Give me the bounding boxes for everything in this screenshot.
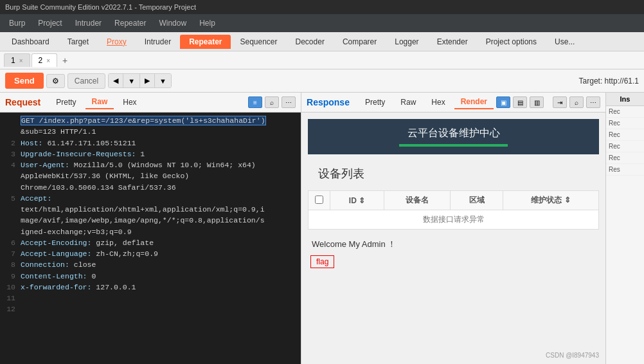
inspector-item-1[interactable]: Rec [606,106,644,118]
response-tab-raw[interactable]: Raw [394,96,422,109]
request-panel-icons: ≡ ⌕ ⋯ [248,96,296,108]
tab-logger[interactable]: Logger [386,35,427,49]
repeater-tabs: 1 × 2 × + [0,51,644,69]
response-body: 云平台设备维护中心 设备列表 ID ⇕ 设备名 区域 维护状态 ⇕ [301,113,605,364]
site-progress-bar [399,144,507,147]
tab-decoder[interactable]: Decoder [287,35,334,49]
select-all-checkbox[interactable] [315,196,323,204]
word-wrap-icon[interactable]: ≡ [248,96,262,108]
tab-intruder[interactable]: Intruder [136,35,180,49]
menu-repeater[interactable]: Repeater [108,16,152,30]
toolbar: Send ⚙ Cancel ◀ ▼ ▶ ▼ Target: http://61.… [0,69,644,93]
request-line-4b: AppleWebKit/537.36 (KHTML, like Gecko) [4,170,297,181]
send-button[interactable]: Send [5,73,44,89]
menu-burp[interactable]: Burp [3,16,31,30]
data-table: ID ⇕ 设备名 区域 维护状态 ⇕ 数据接口请求异常 [308,190,599,230]
response-view-icon-1[interactable]: ▣ [496,96,510,108]
search-icon[interactable]: ⌕ [265,96,279,108]
inspector-item-3[interactable]: Rec [606,129,644,141]
response-tab-hex[interactable]: Hex [425,96,451,109]
repeater-tab-2-close[interactable]: × [46,57,50,64]
section-title: 设备列表 [308,161,599,187]
target-label: Target: http://61.1 [579,77,639,86]
repeater-tab-2[interactable]: 2 × [31,53,58,67]
title-bar: Burp Suite Community Edition v2022.7.1 -… [0,0,644,14]
response-action-1[interactable]: ⇥ [553,96,567,108]
welcome-section: Welcome My Admin ！ flag [308,235,599,268]
repeater-add-tab[interactable]: + [58,54,71,67]
nav-tabs: Dashboard Target Proxy Intruder Repeater… [0,32,644,51]
request-line-3: 3Upgrade-Insecure-Requests: 1 [4,149,297,159]
response-view-icon-3[interactable]: ▥ [530,96,544,108]
response-panel-icons: ▣ ▤ ▥ ⇥ ⌕ ⋯ [496,96,600,108]
menu-help[interactable]: Help [193,16,222,30]
inspector-panel: Ins Rec Rec Rec Rec Rec Res [605,93,644,364]
request-line-4: 4User-Agent: Mozilla/5.0 (Windows NT 10.… [4,159,297,170]
request-line-11: 11 [4,293,297,304]
tab-target[interactable]: Target [58,35,98,49]
response-more[interactable]: ⋯ [586,96,600,108]
request-panel-header: Request Pretty Raw Hex ≡ ⌕ ⋯ [0,93,301,113]
rendered-content: 云平台设备维护中心 设备列表 ID ⇕ 设备名 区域 维护状态 ⇕ [301,113,605,364]
response-action-2[interactable]: ⌕ [569,96,584,108]
request-line-5: 5Accept: [4,193,297,204]
request-line-1: GET /index.php?pat=/123/e&rep=system('ls… [4,115,297,126]
tab-extender[interactable]: Extender [428,35,477,49]
request-line-2: 2Host: 61.147.171.105:51211 [4,138,297,149]
request-line-12: 12 [4,304,297,314]
request-body[interactable]: GET /index.php?pat=/123/e&rep=system('ls… [0,113,301,364]
request-line-4c: Chrome/103.0.5060.134 Safari/537.36 [4,182,297,193]
welcome-text: Welcome My Admin ！ [310,235,596,254]
cancel-button[interactable]: Cancel [67,73,105,89]
inspector-item-5[interactable]: Rec [606,152,644,164]
settings-icon-button[interactable]: ⚙ [46,74,65,88]
table-header-device: 设备名 [384,191,450,210]
menu-bar: Burp Project Intruder Repeater Window He… [0,14,644,32]
repeater-tab-1[interactable]: 1 × [4,53,30,67]
response-tab-render[interactable]: Render [454,95,494,109]
menu-window[interactable]: Window [152,16,193,30]
tab-proxy[interactable]: Proxy [98,35,136,49]
tab-dashboard[interactable]: Dashboard [3,35,58,49]
nav-arrows: ◀ ▼ ▶ ▼ [108,73,172,88]
request-line-9: 9Content-Length: 0 [4,271,297,282]
repeater-tab-1-label: 1 [11,56,15,65]
table-empty-row: 数据接口请求异常 [309,210,599,230]
request-panel: Request Pretty Raw Hex ≡ ⌕ ⋯ GET /index.… [0,93,301,364]
table-header-row: ID ⇕ 设备名 区域 维护状态 ⇕ [309,191,599,210]
tab-project-options[interactable]: Project options [477,35,546,49]
inspector-item-6[interactable]: Res [606,164,644,176]
menu-intruder[interactable]: Intruder [69,16,108,30]
table-header-status: 维护状态 ⇕ [503,191,598,210]
more-icon[interactable]: ⋯ [282,96,296,108]
menu-project[interactable]: Project [31,16,68,30]
request-tab-raw[interactable]: Raw [85,95,114,109]
next-arrow[interactable]: ▶ [140,74,155,87]
repeater-tab-2-label: 2 [39,56,43,65]
tab-comparer[interactable]: Comparer [334,35,386,49]
dropdown-arrow[interactable]: ▼ [123,74,140,87]
repeater-tab-1-close[interactable]: × [19,57,23,64]
next-dropdown-arrow[interactable]: ▼ [155,74,171,87]
response-title: Response [307,97,350,107]
prev-arrow[interactable]: ◀ [109,74,123,87]
response-view-icon-2[interactable]: ▤ [513,96,527,108]
tab-repeater[interactable]: Repeater [180,35,231,49]
request-tab-pretty[interactable]: Pretty [49,96,82,109]
request-line-sub: &sub=123 HTTP/1.1 [4,126,297,137]
tab-use[interactable]: Use... [546,35,584,49]
inspector-item-2[interactable]: Rec [606,118,644,129]
table-header-id: ID ⇕ [330,191,384,210]
request-title: Request [5,97,40,107]
main-content: Request Pretty Raw Hex ≡ ⌕ ⋯ GET /index.… [0,93,644,364]
response-tab-pretty[interactable]: Pretty [359,96,391,109]
request-line-5c: igned-exchange;v=b3;q=0.9 [4,226,297,237]
site-header-text: 云平台设备维护中心 [407,127,500,138]
request-tab-hex[interactable]: Hex [116,96,143,109]
inspector-item-4[interactable]: Rec [606,141,644,152]
watermark: CSDN @I8947943 [546,352,599,359]
site-header: 云平台设备维护中心 [308,119,599,154]
response-panel: Response Pretty Raw Hex Render ▣ ▤ ▥ ⇥ ⌕… [301,93,605,364]
request-line-6: 6Accept-Encoding: gzip, deflate [4,237,297,248]
tab-sequencer[interactable]: Sequencer [231,35,286,49]
